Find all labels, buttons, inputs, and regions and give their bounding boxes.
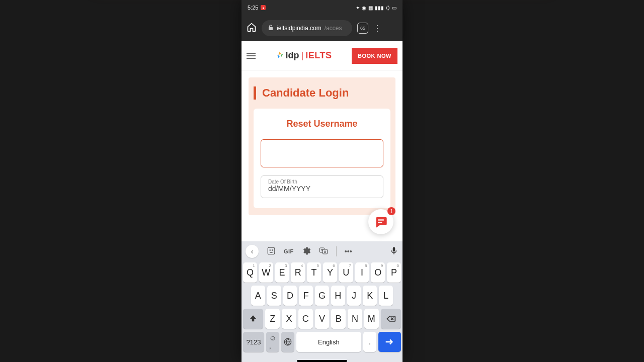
svg-rect-2: [268, 247, 275, 254]
dob-label: Date Of Birth: [268, 179, 376, 185]
logo-ielts-text: IELTS: [305, 50, 332, 61]
key-f[interactable]: F: [299, 286, 313, 306]
username-input[interactable]: [261, 139, 383, 167]
keyboard-row-2: ASDFGHJKL: [243, 286, 401, 306]
key-q[interactable]: Q1: [243, 262, 257, 283]
key-enter[interactable]: [378, 332, 401, 352]
key-l[interactable]: L: [379, 286, 393, 306]
keyboard-toolbar: ‹ GIF •••: [242, 241, 403, 261]
key-g[interactable]: G: [315, 286, 329, 306]
key-symbols[interactable]: ?123: [243, 332, 264, 352]
keyboard-row-3: ZXCVBNM: [243, 309, 401, 329]
card-title: Reset Username: [261, 119, 383, 129]
key-v[interactable]: V: [315, 309, 330, 329]
key-u[interactable]: U7: [339, 262, 353, 283]
translate-icon[interactable]: [319, 246, 328, 257]
status-time: 5:25: [248, 5, 258, 11]
key-s[interactable]: S: [267, 286, 281, 306]
reset-card: Reset Username Date Of Birth dd/MM/YYYY: [254, 109, 390, 208]
chat-button[interactable]: 1: [368, 209, 393, 234]
battery-icon: ▭: [392, 5, 396, 11]
key-e[interactable]: E3: [275, 262, 289, 283]
gif-button[interactable]: GIF: [284, 248, 294, 254]
key-r[interactable]: R4: [291, 262, 305, 283]
page-content: Candidate Login Reset Username Date Of B…: [242, 70, 403, 241]
svg-rect-1: [378, 222, 382, 223]
key-t[interactable]: T5: [307, 262, 321, 283]
key-x[interactable]: X: [282, 309, 296, 329]
location-icon: ◉: [362, 5, 366, 11]
key-space[interactable]: English: [296, 332, 361, 352]
lock-icon: [268, 25, 274, 32]
svg-point-3: [270, 249, 271, 250]
keyboard-row-4: ?123 ☺, English .: [243, 332, 401, 352]
key-m[interactable]: M: [364, 309, 379, 329]
chat-badge: 1: [387, 207, 395, 215]
more-icon[interactable]: •••: [345, 247, 352, 255]
url-domain: ieltsidpindia.com: [277, 25, 321, 32]
key-d[interactable]: D: [283, 286, 297, 306]
key-p[interactable]: P0: [387, 262, 401, 283]
keyboard-row-1: Q1W2E3R4T5Y6U7I8O9P0: [243, 262, 401, 283]
key-globe-icon[interactable]: [281, 332, 294, 352]
key-o[interactable]: O9: [371, 262, 385, 283]
key-k[interactable]: K: [363, 286, 377, 306]
key-j[interactable]: J: [347, 286, 361, 306]
key-emoji[interactable]: ☺,: [266, 332, 279, 352]
sticker-icon[interactable]: [267, 246, 276, 257]
gesture-bar[interactable]: [297, 360, 347, 362]
browser-toolbar: ieltsidpindia.com/acces 65 ⋮: [242, 15, 403, 41]
book-now-button[interactable]: BOOK NOW: [352, 48, 397, 64]
login-panel: Candidate Login Reset Username Date Of B…: [249, 77, 395, 215]
panel-title: Candidate Login: [254, 86, 390, 100]
app-header: idp | IELTS BOOK NOW: [242, 41, 403, 70]
browser-menu-icon[interactable]: ⋮: [373, 24, 381, 33]
key-a[interactable]: A: [251, 286, 265, 306]
status-bar: 5:25 ● ✦ ◉ ▦ ▮▮▮ ⟨⟩ ▭: [242, 0, 403, 15]
vibrate-icon: ✦: [356, 5, 360, 11]
key-c[interactable]: C: [298, 309, 313, 329]
key-shift[interactable]: [243, 309, 263, 329]
home-icon[interactable]: [247, 22, 257, 34]
key-w[interactable]: W2: [259, 262, 273, 283]
svg-point-4: [272, 249, 273, 250]
on-screen-keyboard: ‹ GIF ••• Q1W2E3R4T5Y6U7I8O9P0 ASDFGHJKL…: [242, 241, 403, 362]
network-icon: ▦: [368, 5, 373, 11]
keyboard-back-icon[interactable]: ‹: [246, 245, 259, 258]
wifi-icon: ⟨⟩: [386, 5, 390, 11]
dob-input[interactable]: Date Of Birth dd/MM/YYYY: [261, 175, 383, 198]
dob-placeholder: dd/MM/YYYY: [268, 185, 376, 193]
settings-icon[interactable]: [302, 246, 311, 257]
key-i[interactable]: I8: [355, 262, 369, 283]
key-period[interactable]: .: [363, 332, 376, 352]
key-h[interactable]: H: [331, 286, 345, 306]
tab-count-button[interactable]: 65: [357, 23, 368, 34]
mic-icon[interactable]: [389, 246, 398, 257]
svg-rect-0: [378, 219, 384, 220]
phone-frame: 5:25 ● ✦ ◉ ▦ ▮▮▮ ⟨⟩ ▭ ieltsidpindia.com/…: [242, 0, 403, 362]
status-icons: ✦ ◉ ▦ ▮▮▮ ⟨⟩ ▭: [356, 5, 396, 11]
hamburger-menu-icon[interactable]: [247, 53, 256, 59]
logo-idp-text: idp: [286, 50, 299, 61]
url-bar[interactable]: ieltsidpindia.com/acces: [262, 20, 352, 36]
logo-mark-icon: [276, 51, 284, 61]
url-path: /acces: [325, 25, 342, 32]
key-z[interactable]: Z: [265, 309, 280, 329]
record-indicator-icon: ●: [261, 5, 266, 10]
signal-icon: ▮▮▮: [375, 5, 384, 11]
logo[interactable]: idp | IELTS: [276, 50, 332, 61]
key-y[interactable]: Y6: [323, 262, 337, 283]
key-n[interactable]: N: [348, 309, 362, 329]
key-b[interactable]: B: [331, 309, 346, 329]
key-backspace[interactable]: [381, 309, 401, 329]
